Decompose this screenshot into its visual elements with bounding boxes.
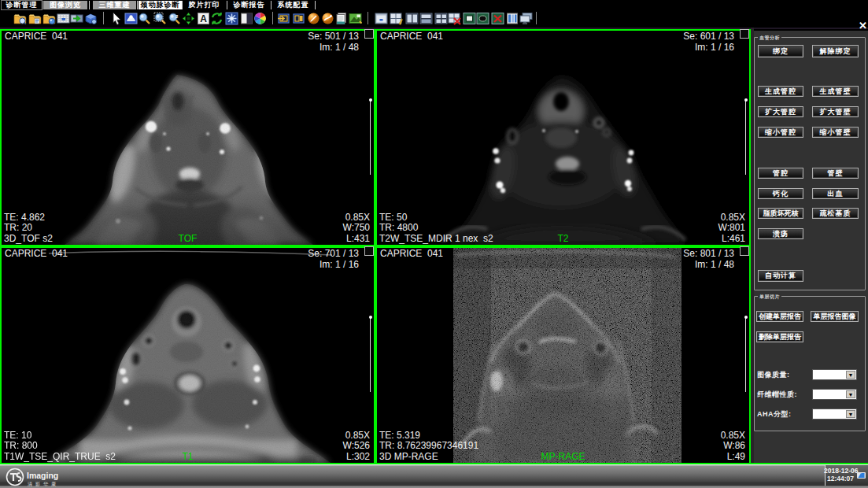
svg-text:2: 2 xyxy=(175,14,179,19)
svg-text:A: A xyxy=(200,13,207,24)
svg-text:清影华康: 清影华康 xyxy=(28,481,59,487)
svg-text:Imaging: Imaging xyxy=(27,471,58,480)
